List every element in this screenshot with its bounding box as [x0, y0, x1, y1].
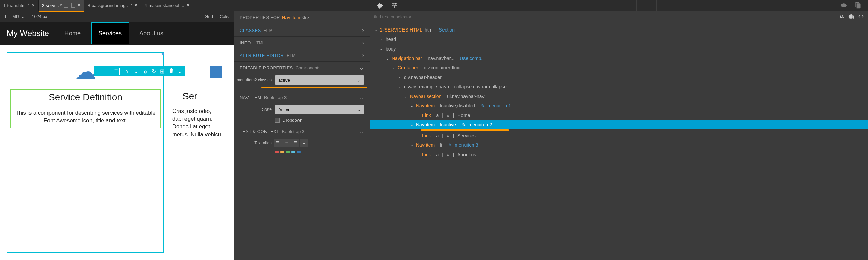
service-card-1[interactable]: ✦ ☁ Service Definition This is a compone… [7, 52, 164, 253]
align-justify-button[interactable]: ≣ [300, 139, 308, 147]
trash-icon[interactable] [169, 68, 174, 75]
window-icon[interactable] [64, 3, 68, 8]
search-icon[interactable] [840, 14, 845, 20]
chevron-down-icon[interactable]: ⌄ [403, 94, 408, 99]
close-icon[interactable]: × [77, 2, 80, 8]
tab-1-team[interactable]: 1-team.html * × [0, 0, 39, 11]
nav-services[interactable]: Services [91, 22, 129, 44]
chevron-down-icon[interactable]: ⌄ [373, 28, 378, 32]
section-attribute-editor[interactable]: ATTRIBUTE EDITORHTML › [234, 49, 370, 61]
tab-2-services[interactable]: 2-servi... * × [39, 0, 84, 11]
service-card-2[interactable]: ◆ Ser Cras justo odio, dapi eget quam. D… [166, 52, 227, 253]
chevron-down-icon[interactable]: ⌄ [391, 66, 396, 70]
tab-3-background[interactable]: 3-background-imag... * × [84, 0, 141, 11]
chevron-right-icon[interactable]: › [397, 75, 402, 79]
close-icon[interactable]: × [32, 2, 35, 8]
chevron-right-icon: › [362, 39, 364, 46]
field-dropdown[interactable]: Dropdown [275, 116, 370, 125]
field-label: Text align [234, 141, 272, 145]
refresh-icon[interactable]: ↻ [152, 68, 156, 75]
card-text: Cras justo odio, dapi eget quam. Donec i… [169, 104, 224, 142]
viewport-width[interactable]: 1024 px [32, 14, 47, 19]
tree-navsection-node[interactable]: ⌄ Navbar section ul.nav.navbar-nav [370, 92, 868, 101]
text-edit-icon[interactable]: T┃ [114, 68, 121, 75]
breakpoint-selector[interactable]: MD ⌄ [5, 14, 25, 19]
pencil-icon[interactable]: ✎ [448, 143, 452, 148]
tree-navitem1-node[interactable]: ⌄ Nav item li.active,disabled ✎ menuitem… [370, 101, 868, 111]
checkbox-icon[interactable] [275, 118, 280, 123]
section-editable-props[interactable]: EDITABLE PROPERTIESComponents ⌄ [234, 62, 370, 74]
properties-panel: PROPERTIES FOR Nav item <li> CLASSESHTML… [234, 0, 370, 260]
far-right-toolbar [833, 0, 868, 11]
pencil-icon[interactable]: ✎ [481, 103, 485, 108]
color-swatch[interactable] [275, 151, 279, 153]
thumbs-down-icon[interactable] [848, 13, 854, 20]
brush-icon[interactable] [135, 68, 140, 75]
chevron-down-icon: ⌄ [359, 64, 364, 72]
nav-home[interactable]: Home [58, 23, 87, 44]
search-input[interactable] [374, 14, 836, 19]
tree-link3-node[interactable]: — Link a | # | About us [370, 150, 868, 159]
cols-toggle[interactable]: Cols [220, 14, 229, 19]
bullet-icon: — [415, 113, 420, 118]
chevron-down-icon: ⌄ [21, 14, 25, 19]
section-classes[interactable]: CLASSESHTML › [234, 24, 370, 36]
link-icon[interactable]: ⌀ [144, 68, 147, 75]
section-nav-item[interactable]: NAV ITEMBootstrap 3 ⌄ [234, 91, 370, 103]
color-swatch[interactable] [286, 151, 290, 153]
right-toolbar-group1 [581, 0, 601, 11]
align-center-button[interactable]: ≡ [282, 139, 291, 147]
center-toolbar [370, 0, 405, 11]
bullet-icon: — [415, 133, 420, 138]
chevron-right-icon[interactable]: › [379, 37, 383, 41]
section-text-context[interactable]: TEXT & CONTEXTBootstrap 3 ⌄ [234, 125, 370, 137]
pencil-icon[interactable]: ✎ [462, 122, 466, 127]
tab-4-makeinstance[interactable]: 4-makeinstanceof.... × [141, 0, 193, 11]
select-state[interactable]: Active ⌄ [275, 105, 364, 114]
align-right-button[interactable]: ☰ [291, 139, 299, 147]
close-icon[interactable]: × [134, 2, 137, 8]
design-canvas[interactable]: My Website Home Services About us ✦ ☁ Se… [0, 22, 234, 260]
eye-icon[interactable] [840, 2, 847, 9]
prop-header-tag: <li> [302, 15, 309, 20]
chevron-down-icon[interactable]: ⌄ [379, 47, 383, 51]
sliders-icon[interactable] [125, 68, 131, 75]
tree-container-node[interactable]: ⌄ Container div.container-fluid [370, 63, 868, 73]
color-swatch[interactable] [280, 151, 284, 153]
grid-toggle[interactable]: Grid [204, 14, 213, 19]
align-left-button[interactable]: ☰ [274, 139, 282, 147]
tree-navheader-node[interactable]: › div.navbar-header [370, 73, 868, 82]
bullet-icon: — [415, 152, 420, 157]
checkbox-label: Dropdown [282, 118, 302, 123]
copy-icon[interactable] [854, 2, 861, 9]
field-label: State [234, 107, 272, 112]
tree-collapse-node[interactable]: ⌄ div#bs-example-navb....collapse.navbar… [370, 82, 868, 92]
chevron-down-icon[interactable]: ⌄ [409, 123, 414, 127]
sliders-icon[interactable] [391, 2, 398, 9]
close-icon[interactable]: × [186, 2, 189, 8]
grid-icon[interactable]: ⊞ [160, 68, 164, 75]
tree-body-node[interactable]: ⌄ body [370, 44, 868, 54]
chevron-down-icon[interactable]: ⌄ [178, 68, 182, 75]
split-icon[interactable] [71, 3, 75, 8]
tree-link2-node[interactable]: — Link a | # | Services [370, 131, 868, 140]
tree-head-node[interactable]: › head [370, 35, 868, 44]
nav-about[interactable]: About us [133, 23, 170, 44]
tree-navitem2-node[interactable]: ⌄ Nav item li.active ✎ menuitem2 [370, 120, 868, 129]
tree-file-node[interactable]: ⌄ 2-SERVICES.HTML html Section [370, 25, 868, 35]
chevron-down-icon[interactable]: ⌄ [397, 85, 402, 89]
select-menuitem2-classes[interactable]: active ⌄ [275, 75, 364, 85]
tree-navitem3-node[interactable]: ⌄ Nav item li ✎ menuitem3 [370, 140, 868, 150]
chevron-down-icon[interactable]: ⌄ [385, 56, 390, 61]
chevron-down-icon[interactable]: ⌄ [409, 104, 414, 108]
selection-toolbar: T┃ ⌀ ↻ ⊞ ⌄ [94, 66, 185, 76]
tree-navbar-node[interactable]: ⌄ Navigation bar nav.navbar... Use comp. [370, 54, 868, 63]
chevron-down-icon[interactable]: ⌄ [409, 143, 414, 147]
tree-link1-node[interactable]: — Link a | # | Home [370, 111, 868, 120]
color-swatch[interactable] [297, 151, 301, 153]
puzzle-icon[interactable] [377, 2, 383, 9]
field-state: State Active ⌄ [234, 103, 370, 116]
section-info[interactable]: INFOHTML › [234, 37, 370, 49]
code-icon[interactable] [858, 13, 864, 20]
color-swatch[interactable] [291, 151, 295, 153]
